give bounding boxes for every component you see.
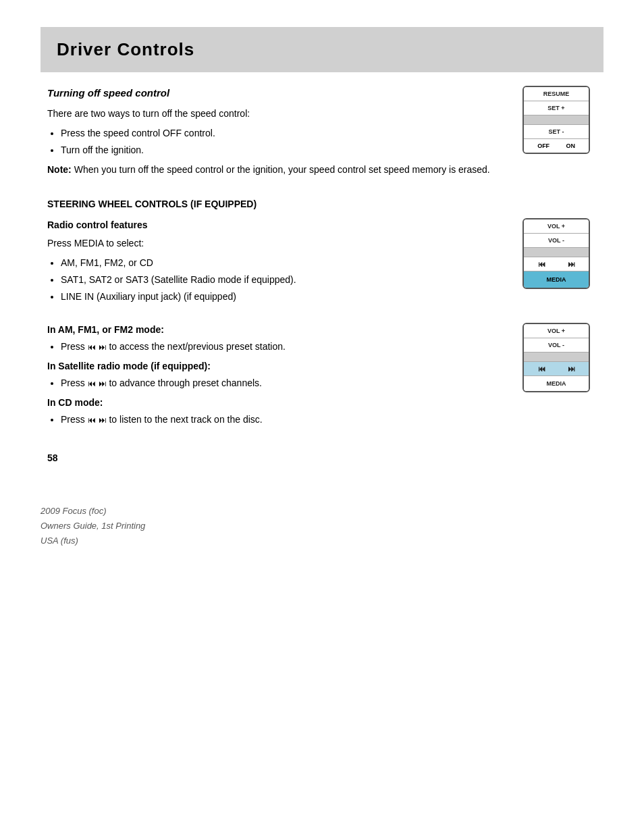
list-item: Press the speed control OFF control.	[61, 126, 502, 140]
next-icon-3: ⏭	[99, 414, 107, 426]
speed-control-diagram-col: RESUME SET + SET - OFF ON	[516, 86, 597, 184]
radio-diagram-2: VOL + VOL - ⏮ ⏭ MEDIA	[522, 323, 590, 392]
list-item: Press ⏮ ⏭ to access the next/previous pr…	[61, 340, 502, 354]
track-buttons-row-2: ⏮ ⏭	[524, 362, 589, 376]
prev-track-icon-2: ⏮	[538, 365, 545, 373]
turning-off-list: Press the speed control OFF control. Tur…	[61, 126, 502, 157]
vol-minus-row-2: VOL -	[524, 338, 589, 353]
prev-icon-3: ⏮	[88, 414, 96, 426]
radio-features-section: Radio control features Press MEDIA to se…	[47, 218, 597, 309]
turning-off-text: Turning off speed control There are two …	[47, 86, 502, 184]
radio-features-intro: Press MEDIA to select:	[47, 236, 502, 251]
media-label-row: MEDIA	[524, 376, 589, 391]
footer-line1: 2009 Focus (foc)	[41, 504, 603, 519]
press-label: Press	[61, 341, 88, 352]
turning-off-intro: There are two ways to turn off the speed…	[47, 107, 502, 121]
note-text: Note: When you turn off the speed contro…	[47, 163, 502, 177]
header-banner: Driver Controls	[41, 27, 603, 72]
steering-wheel-heading: STEERING WHEEL CONTROLS (IF EQUIPPED)	[47, 197, 597, 211]
am-fm2-heading: In AM, FM1, or FM2 mode:	[47, 323, 502, 337]
turning-off-section: Turning off speed control There are two …	[47, 86, 597, 184]
prev-icon-2: ⏮	[88, 377, 96, 390]
slider-row	[524, 115, 589, 125]
am-fm2-text: to access the next/previous preset stati…	[107, 341, 286, 352]
off-on-row: OFF ON	[524, 139, 589, 153]
set-plus-row: SET +	[524, 101, 589, 115]
list-item: Turn off the ignition.	[61, 143, 502, 157]
am-fm2-list: Press ⏮ ⏭ to access the next/previous pr…	[61, 340, 502, 354]
prev-track-icon: ⏮	[538, 260, 545, 268]
list-item: SAT1, SAT2 or SAT3 (Satellite Radio mode…	[61, 273, 502, 287]
page-title: Driver Controls	[57, 39, 587, 60]
prev-icon: ⏮	[88, 341, 96, 353]
radio-features-list: AM, FM1, FM2, or CD SAT1, SAT2 or SAT3 (…	[61, 256, 502, 304]
list-item: Press ⏮ ⏭ to listen to the next track on…	[61, 413, 502, 427]
am-fm-text: In AM, FM1, or FM2 mode: Press ⏮ ⏭ to ac…	[47, 323, 502, 432]
next-track-icon: ⏭	[568, 260, 575, 268]
vol-plus-row: VOL +	[524, 219, 589, 234]
slider-row	[524, 248, 589, 257]
list-item: LINE IN (Auxiliary input jack) (if equip…	[61, 290, 502, 304]
off-label: OFF	[537, 142, 549, 149]
vol-plus-row-2: VOL +	[524, 324, 589, 338]
content-area: Turning off speed control There are two …	[41, 86, 603, 463]
next-track-icon-2: ⏭	[568, 365, 575, 373]
media-button: MEDIA	[524, 271, 589, 288]
slider-row-2	[524, 353, 589, 362]
footer-line3: USA (fus)	[41, 533, 603, 548]
satellite-list: Press ⏮ ⏭ to advance through preset chan…	[61, 376, 502, 390]
am-fm-section: In AM, FM1, or FM2 mode: Press ⏮ ⏭ to ac…	[47, 323, 597, 432]
radio-features-text: Radio control features Press MEDIA to se…	[47, 218, 502, 309]
cd-text: to listen to the next track on the disc.	[107, 414, 263, 425]
list-item: AM, FM1, FM2, or CD	[61, 256, 502, 270]
resume-row: RESUME	[524, 87, 589, 101]
radio-diagram-1: VOL + VOL - ⏮ ⏭ MEDIA	[522, 218, 590, 289]
radio-diagram-col-1: VOL + VOL - ⏮ ⏭ MEDIA	[516, 218, 597, 309]
radio-diagram-col-2: VOL + VOL - ⏮ ⏭ MEDIA	[516, 323, 597, 432]
satellite-text: to advance through preset channels.	[107, 377, 262, 388]
next-icon: ⏭	[99, 341, 107, 353]
press-label-2: Press	[61, 377, 88, 388]
speed-control-diagram: RESUME SET + SET - OFF ON	[522, 86, 590, 154]
cd-list: Press ⏮ ⏭ to listen to the next track on…	[61, 413, 502, 427]
turning-off-heading: Turning off speed control	[47, 86, 502, 101]
satellite-heading: In Satellite radio mode (if equipped):	[47, 359, 502, 373]
footer-line2: Owners Guide, 1st Printing	[41, 519, 603, 533]
set-minus-row: SET -	[524, 125, 589, 139]
radio-features-heading: Radio control features	[47, 218, 502, 232]
list-item: Press ⏮ ⏭ to advance through preset chan…	[61, 376, 502, 390]
note-content: When you turn off the speed control or t…	[72, 164, 490, 175]
on-label: ON	[566, 142, 575, 149]
page-number: 58	[47, 452, 597, 463]
footer: 2009 Focus (foc) Owners Guide, 1st Print…	[41, 504, 603, 548]
vol-minus-row: VOL -	[524, 234, 589, 248]
next-icon-2: ⏭	[99, 377, 107, 390]
track-buttons-row: ⏮ ⏭	[524, 257, 589, 271]
note-label: Note:	[47, 164, 72, 175]
cd-heading: In CD mode:	[47, 396, 502, 410]
press-label-3: Press	[61, 414, 88, 425]
